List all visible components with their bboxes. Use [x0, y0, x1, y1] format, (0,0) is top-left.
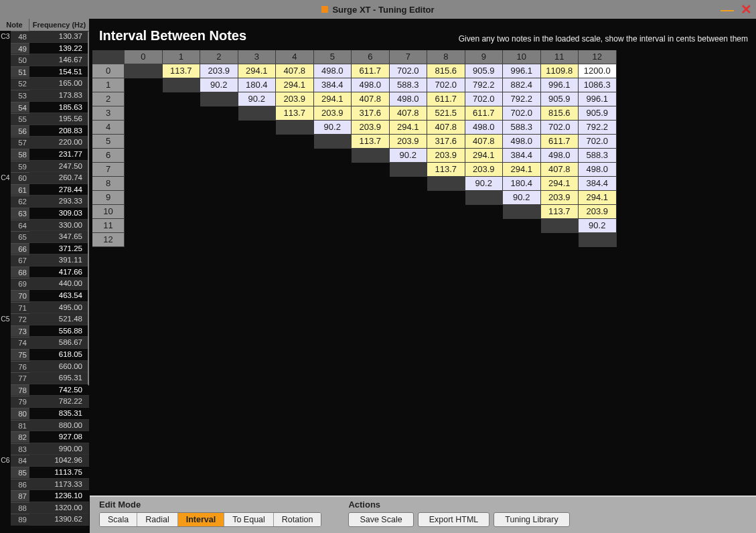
note-row[interactable]: 66371.25 — [0, 243, 89, 255]
note-row[interactable]: 82927.08 — [0, 431, 89, 443]
edit-mode-to-equal[interactable]: To Equal — [224, 513, 274, 526]
sidebar-scrollbar[interactable] — [88, 31, 89, 386]
note-row[interactable]: C348130.37 — [0, 31, 89, 43]
note-row[interactable]: 83990.00 — [0, 443, 89, 455]
note-row[interactable]: 78742.50 — [0, 384, 89, 396]
note-row[interactable]: 49139.22 — [0, 43, 89, 55]
note-number: 77 — [11, 372, 29, 384]
edit-mode-rotation[interactable]: Rotation — [274, 513, 321, 526]
note-row[interactable]: 69440.00 — [0, 278, 89, 290]
octave-label — [0, 361, 11, 373]
interval-cell: 498.0 — [541, 149, 579, 163]
note-row[interactable]: 80835.31 — [0, 408, 89, 420]
note-row[interactable]: 54185.63 — [0, 102, 89, 114]
note-row[interactable]: C460260.74 — [0, 172, 89, 184]
col-header: 9 — [465, 50, 504, 64]
interval-cell: 203.9 — [579, 205, 617, 219]
note-row[interactable]: 51154.51 — [0, 66, 89, 78]
note-frequency: 309.03 — [29, 208, 89, 220]
edit-mode-scala[interactable]: Scala — [100, 513, 137, 526]
note-number: 58 — [11, 149, 29, 161]
octave-label — [0, 502, 11, 514]
note-row[interactable]: 871236.10 — [0, 490, 89, 502]
action-tuning-library[interactable]: Tuning Library — [494, 512, 569, 527]
note-row[interactable]: 75618.05 — [0, 349, 89, 361]
octave-label — [0, 278, 11, 290]
interval-cell: 90.2 — [503, 191, 541, 205]
note-row[interactable]: 58231.77 — [0, 149, 89, 161]
note-frequency: 880.00 — [29, 420, 89, 432]
close-button[interactable]: ✕ — [741, 1, 752, 17]
note-number: 54 — [11, 102, 29, 114]
note-row[interactable]: C6841042.96 — [0, 455, 89, 467]
edit-mode-radial[interactable]: Radial — [137, 513, 177, 526]
note-row[interactable]: 50146.67 — [0, 54, 89, 66]
action-save-scale[interactable]: Save Scale — [348, 512, 413, 527]
note-row[interactable]: 53173.83 — [0, 90, 89, 102]
note-number: 86 — [11, 479, 29, 491]
note-number: 76 — [11, 361, 29, 373]
note-frequency: 556.88 — [29, 325, 89, 337]
note-frequency: 742.50 — [29, 384, 89, 396]
note-row[interactable]: 67391.11 — [0, 254, 89, 266]
octave-label — [0, 125, 11, 137]
sidebar-rows[interactable]: C348130.3749139.2250146.6751154.5152165.… — [0, 31, 89, 533]
note-row[interactable]: 861173.33 — [0, 479, 89, 491]
note-frequency: 660.00 — [29, 361, 89, 373]
note-row[interactable]: 65347.65 — [0, 231, 89, 243]
interval-cell: 294.1 — [579, 191, 617, 205]
note-frequency: 1173.33 — [29, 479, 89, 491]
octave-label — [0, 102, 11, 114]
interval-cell: 294.1 — [503, 163, 541, 177]
interval-cell: 815.6 — [541, 106, 579, 121]
note-row[interactable]: 851113.75 — [0, 467, 89, 479]
note-number: 78 — [11, 384, 29, 396]
note-row[interactable]: 62293.33 — [0, 196, 89, 208]
minimize-button[interactable]: — — [721, 6, 734, 13]
col-header: 7 — [390, 50, 428, 64]
action-export-html[interactable]: Export HTML — [418, 512, 490, 527]
note-row[interactable]: 55195.56 — [0, 113, 89, 125]
note-row[interactable]: 64330.00 — [0, 220, 89, 232]
note-row[interactable]: 881320.00 — [0, 502, 89, 514]
note-frequency: 782.22 — [29, 396, 89, 408]
interval-cell: 702.0 — [465, 92, 504, 106]
interval-cell — [427, 177, 465, 191]
octave-label: C3 — [0, 31, 11, 43]
note-row[interactable]: C572521.48 — [0, 313, 89, 325]
note-row[interactable]: 73556.88 — [0, 325, 89, 337]
note-number: 61 — [11, 184, 29, 196]
interval-cell: 203.9 — [352, 121, 390, 135]
interval-cell: 407.8 — [541, 163, 579, 177]
interval-cell: 90.2 — [238, 92, 277, 106]
note-row[interactable]: 77695.31 — [0, 372, 89, 384]
note-row[interactable]: 59247.50 — [0, 161, 89, 173]
note-row[interactable]: 79782.22 — [0, 396, 89, 408]
note-frequency: 154.51 — [29, 66, 89, 78]
col-header: 6 — [352, 50, 390, 64]
note-row[interactable]: 56208.83 — [0, 125, 89, 137]
note-row[interactable]: 81880.00 — [0, 420, 89, 432]
col-header: 4 — [276, 50, 314, 64]
note-number: 88 — [11, 502, 29, 514]
note-frequency: 371.25 — [29, 243, 89, 255]
note-row[interactable]: 61278.44 — [0, 184, 89, 196]
note-row[interactable]: 71495.00 — [0, 302, 89, 314]
window-title-text: Surge XT - Tuning Editor — [332, 5, 434, 15]
note-number: 56 — [11, 125, 29, 137]
row-header: 1 — [92, 78, 125, 92]
note-row[interactable]: 52165.00 — [0, 78, 89, 90]
interval-cell: 498.0 — [579, 163, 617, 177]
note-frequency: 990.00 — [29, 443, 89, 455]
note-row[interactable]: 57220.00 — [0, 137, 89, 149]
note-frequency: 195.56 — [29, 113, 89, 125]
note-row[interactable]: 74586.67 — [0, 337, 89, 349]
note-row[interactable]: 891390.62 — [0, 514, 89, 526]
note-number: 74 — [11, 337, 29, 349]
note-row[interactable]: 76660.00 — [0, 361, 89, 373]
edit-mode-interval[interactable]: Interval — [178, 513, 224, 526]
note-row[interactable]: 63309.03 — [0, 208, 89, 220]
note-row[interactable]: 68417.66 — [0, 266, 89, 279]
note-row[interactable]: 70463.54 — [0, 290, 89, 302]
note-frequency-sidebar: Note Frequency (Hz) C348130.3749139.2250… — [0, 19, 90, 533]
